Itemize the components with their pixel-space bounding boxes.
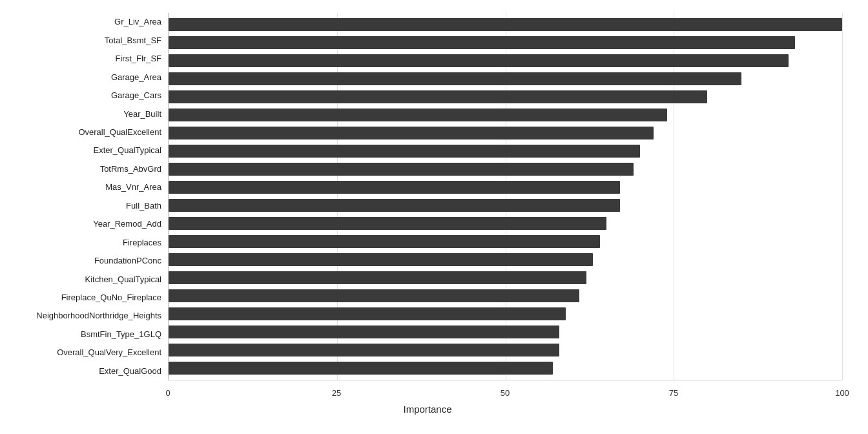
y-label: Exter_QualGood: [13, 362, 161, 380]
bar: [169, 217, 606, 230]
y-label: Exter_QualTypical: [13, 141, 161, 160]
chart-container: Gr_Liv_AreaTotal_Bsmt_SFFirst_Flr_SFGara…: [0, 0, 868, 434]
y-label: FoundationPConc: [13, 252, 161, 270]
bar-row: [169, 214, 842, 232]
x-axis-title: Importance: [13, 404, 842, 415]
bar-row: [169, 305, 842, 323]
grid-line: [842, 13, 843, 380]
bar: [169, 253, 593, 266]
y-label: NeighborhoodNorthridge_Heights: [13, 307, 161, 325]
y-label: Fireplace_QuNo_Fireplace: [13, 289, 161, 307]
bar-row: [169, 34, 842, 52]
y-label: Kitchen_QualTypical: [13, 270, 161, 288]
y-label: Fireplaces: [13, 233, 161, 251]
bar-row: [169, 106, 842, 124]
bar-row: [169, 52, 842, 70]
bar: [169, 54, 789, 67]
bar-row: [169, 359, 842, 377]
bar: [169, 344, 559, 356]
y-label: BsmtFin_Type_1GLQ: [13, 326, 161, 344]
bar-row: [169, 269, 842, 287]
bar-row: [169, 196, 842, 214]
bar: [169, 307, 566, 320]
y-label: Overall_QualExcellent: [13, 123, 161, 141]
y-label: Mas_Vnr_Area: [13, 178, 161, 196]
y-label: Year_Remod_Add: [13, 215, 161, 233]
bar-row: [169, 287, 842, 305]
bar: [169, 145, 640, 158]
y-label: TotRms_AbvGrd: [13, 160, 161, 178]
x-tick-label: 50: [501, 388, 510, 398]
bars-section: [168, 13, 842, 380]
y-label: Year_Built: [13, 105, 161, 123]
y-label: Garage_Cars: [13, 87, 161, 105]
bar-row: [169, 251, 842, 269]
y-label: First_Flr_SF: [13, 50, 161, 68]
bar-row: [169, 124, 842, 142]
y-labels: Gr_Liv_AreaTotal_Bsmt_SFFirst_Flr_SFGara…: [13, 13, 168, 380]
bar: [169, 127, 654, 140]
bar: [169, 163, 634, 176]
bar-row: [169, 70, 842, 88]
bar: [169, 362, 553, 375]
bar: [169, 326, 559, 338]
bar: [169, 18, 842, 31]
y-label: Garage_Area: [13, 68, 161, 87]
bar-row: [169, 16, 842, 34]
bar-row: [169, 341, 842, 359]
bar: [169, 235, 600, 248]
bar-row: [169, 160, 842, 178]
bar: [169, 271, 586, 284]
y-label: Full_Bath: [13, 197, 161, 215]
bar: [169, 72, 741, 85]
bar-row: [169, 88, 842, 106]
bar-row: [169, 323, 842, 341]
chart-area: Gr_Liv_AreaTotal_Bsmt_SFFirst_Flr_SFGara…: [13, 13, 842, 380]
bar: [169, 199, 620, 212]
y-label: Gr_Liv_Area: [13, 13, 161, 31]
y-label: Total_Bsmt_SF: [13, 32, 161, 50]
x-tick-label: 0: [165, 388, 170, 398]
x-tick-label: 25: [332, 388, 341, 398]
bar-row: [169, 178, 842, 196]
bar: [169, 36, 795, 49]
bar: [169, 90, 707, 103]
x-tick-label: 75: [669, 388, 678, 398]
bar: [169, 181, 620, 194]
bar: [169, 108, 667, 121]
y-label: Overall_QualVery_Excellent: [13, 344, 161, 362]
x-tick-label: 100: [835, 388, 849, 398]
bar-row: [169, 142, 842, 160]
bar: [169, 289, 579, 302]
bar-row: [169, 232, 842, 251]
